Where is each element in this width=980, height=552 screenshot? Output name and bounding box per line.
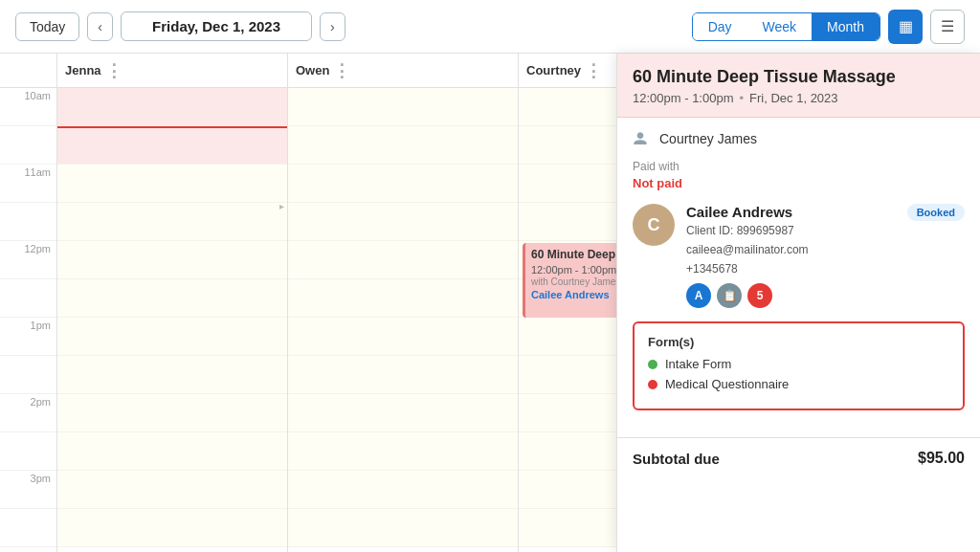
provider-name: Courtney James [659,131,757,146]
grid-view-button[interactable]: ▦ [888,10,923,44]
time-1pm: 1pm [0,318,56,356]
time-col-header [0,54,57,87]
popup-time-dot: • [740,91,745,105]
popup-time-range: 12:00pm - 1:00pm [633,91,734,105]
calendar-area: Jenna ⋮ Owen ⋮ Courtney ⋮ anda ⋮ 10am 11… [0,54,980,552]
subtotal-amount: $95.00 [918,450,965,467]
form-medical[interactable]: Medical Questionnaire [648,377,949,391]
popup-title: 60 Minute Deep Tissue Massage [633,67,965,87]
tab-day[interactable]: Day [693,13,747,40]
col-name-courtney: Courtney [526,63,581,77]
popup-date: Fri, Dec 1, 2023 [749,91,838,105]
today-button[interactable]: Today [15,12,79,41]
list-view-button[interactable]: ☰ [930,10,965,44]
time-330 [0,509,56,547]
booking-badge: Booked [907,204,965,221]
provider-section: Courtney James [633,131,965,146]
payment-section: Paid with Not paid [633,160,965,190]
form-medical-label: Medical Questionnaire [665,377,789,391]
time-1030 [0,126,56,165]
day-col-jenna[interactable]: ▸ [57,88,288,552]
prev-button[interactable]: ‹ [87,12,113,41]
forms-section: Form(s) Intake Form Medical Questionnair… [633,321,965,410]
client-id: Client ID: 899695987 [686,222,896,239]
appointment-detail-popup: 60 Minute Deep Tissue Massage 12:00pm - … [616,54,980,552]
client-section: C Cailee Andrews Client ID: 899695987 ca… [633,204,965,308]
forms-title: Form(s) [648,335,949,349]
tab-week[interactable]: Week [747,13,813,40]
time-1230 [0,279,56,318]
client-notes-icon[interactable]: 📋 [717,283,742,308]
time-column: 10am 11am 12pm 1pm 2pm 3pm [0,88,57,552]
client-name[interactable]: Cailee Andrews [686,204,896,220]
day-col-owen[interactable] [288,88,519,552]
form-intake-status-dot [648,360,657,369]
time-2pm: 2pm [0,394,56,432]
time-10am: 10am [0,88,56,126]
view-tabs: Day Week Month [692,12,880,41]
time-130 [0,356,56,394]
col-menu-owen[interactable]: ⋮ [333,60,350,81]
jenna-event-marker: ▸ [279,201,284,211]
calendar-header: Today ‹ Friday, Dec 1, 2023 › Day Week M… [0,0,980,54]
paid-status[interactable]: Not paid [633,176,965,190]
client-icons: A 📋 5 [686,283,896,308]
time-3pm: 3pm [0,471,56,509]
time-12pm: 12pm [0,241,56,279]
paid-label: Paid with [633,160,965,173]
client-phone: +1345678 [686,260,896,277]
client-info: Cailee Andrews Client ID: 899695987 cail… [686,204,896,308]
form-intake-label: Intake Form [665,357,731,371]
form-intake[interactable]: Intake Form [648,357,949,371]
tab-month[interactable]: Month [812,13,880,40]
col-name-owen: Owen [296,63,329,77]
popup-header: 60 Minute Deep Tissue Massage 12:00pm - … [617,54,980,118]
provider-icon [633,131,648,146]
current-time-indicator [57,126,287,128]
client-alerts-badge[interactable]: 5 [747,283,772,308]
time-1130 [0,203,56,241]
time-11am: 11am [0,165,56,203]
subtotal-label: Subtotal due [633,451,720,467]
subtotal-row: Subtotal due $95.00 [617,437,980,478]
next-button[interactable]: › [320,12,345,41]
popup-body: Courtney James Paid with Not paid C Cail… [617,118,980,437]
client-avatar: C [633,204,675,246]
popup-time: 12:00pm - 1:00pm • Fri, Dec 1, 2023 [633,91,965,105]
col-header-owen: Owen ⋮ [288,54,519,87]
client-initial-icon[interactable]: A [686,283,711,308]
col-header-jenna: Jenna ⋮ [57,54,288,87]
form-medical-status-dot [648,380,657,389]
col-menu-courtney[interactable]: ⋮ [585,60,602,81]
client-email[interactable]: caileea@mailinator.com [686,241,896,258]
time-230 [0,432,56,471]
current-date-display: Friday, Dec 1, 2023 [121,11,312,41]
col-name-jenna: Jenna [65,63,101,77]
col-menu-jenna[interactable]: ⋮ [105,60,122,81]
